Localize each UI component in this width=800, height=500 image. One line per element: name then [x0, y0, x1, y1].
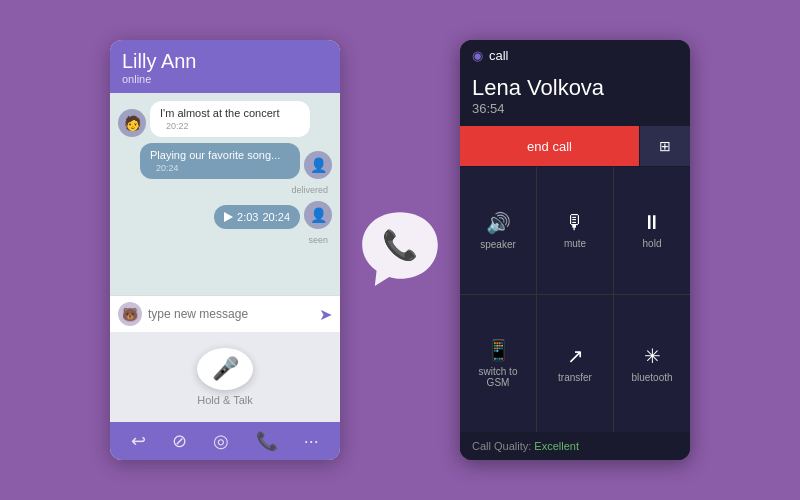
- mute-label: mute: [564, 238, 586, 249]
- contact-name: Lilly Ann: [122, 50, 328, 73]
- back-nav-icon[interactable]: ↩: [131, 430, 146, 452]
- emoji-icon[interactable]: 🐻: [118, 302, 142, 326]
- seen-status: seen: [118, 235, 328, 245]
- call-header: ◉ call: [460, 40, 690, 69]
- contact-status: online: [122, 73, 328, 85]
- bluetooth-button[interactable]: ✳ bluetooth: [614, 295, 690, 433]
- speaker-label: speaker: [480, 239, 516, 250]
- message-bubble: Playing our favorite song... 20:24: [140, 143, 300, 179]
- keypad-button[interactable]: ⊞: [640, 126, 690, 166]
- hold-talk-area: 🎤 Hold & Talk: [110, 332, 340, 422]
- message-time: 20:24: [262, 211, 290, 223]
- call-label: call: [489, 48, 509, 63]
- message-row: 🧑 I'm almost at the concert 20:22: [118, 101, 332, 137]
- caller-info: Lena Volkova 36:54: [460, 69, 690, 126]
- mute-button[interactable]: 🎙 mute: [537, 167, 613, 294]
- message-row: 2:03 20:24 👤: [118, 201, 332, 229]
- call-quality-value: Excellent: [534, 440, 579, 452]
- audio-duration: 2:03: [237, 211, 258, 223]
- audio-bubble: 2:03 20:24: [214, 205, 300, 229]
- end-call-button[interactable]: end call: [460, 126, 639, 166]
- phone-right: ◉ call Lena Volkova 36:54 end call ⊞ 🔊 s…: [460, 40, 690, 460]
- message-bubble: I'm almost at the concert 20:22: [150, 101, 310, 137]
- transfer-icon: ↗: [567, 344, 584, 368]
- mic-nav-icon[interactable]: ◎: [213, 430, 229, 452]
- avatar: 🧑: [118, 109, 146, 137]
- switch-gsm-button[interactable]: 📱 switch to GSM: [460, 295, 536, 433]
- main-container: Lilly Ann online 🧑 I'm almost at the con…: [0, 0, 800, 500]
- viber-center-logo: 📞: [355, 205, 445, 295]
- mic-button[interactable]: 🎤: [197, 348, 253, 390]
- search-nav-icon[interactable]: ⊘: [172, 430, 187, 452]
- delivered-status: delivered: [118, 185, 328, 195]
- message-time: 20:22: [166, 121, 189, 131]
- bluetooth-icon: ✳: [644, 344, 661, 368]
- messages-area: 🧑 I'm almost at the concert 20:22 Playin…: [110, 93, 340, 295]
- message-time: 20:24: [156, 163, 179, 173]
- speaker-button[interactable]: 🔊 speaker: [460, 167, 536, 294]
- mute-icon: 🎙: [565, 211, 585, 234]
- hold-icon: ⏸: [642, 211, 662, 234]
- message-input-row: 🐻 ➤: [110, 295, 340, 332]
- call-actions-top: end call ⊞: [460, 126, 690, 166]
- left-phone-header: Lilly Ann online: [110, 40, 340, 93]
- call-grid: 🔊 speaker 🎙 mute ⏸ hold 📱 switch to GSM: [460, 167, 690, 432]
- transfer-label: transfer: [558, 372, 592, 383]
- more-nav-icon[interactable]: ···: [304, 431, 319, 452]
- caller-name: Lena Volkova: [472, 75, 678, 101]
- bluetooth-label: bluetooth: [631, 372, 672, 383]
- hold-label: hold: [643, 238, 662, 249]
- message-row: Playing our favorite song... 20:24 👤: [118, 143, 332, 179]
- phone-right-inner: ◉ call Lena Volkova 36:54 end call ⊞ 🔊 s…: [460, 40, 690, 460]
- call-nav-icon[interactable]: 📞: [256, 430, 278, 452]
- phone-left: Lilly Ann online 🧑 I'm almost at the con…: [110, 40, 340, 460]
- hold-button[interactable]: ⏸ hold: [614, 167, 690, 294]
- avatar: 👤: [304, 151, 332, 179]
- message-text: I'm almost at the concert: [160, 107, 279, 119]
- call-quality-label: Call Quality:: [472, 440, 531, 452]
- keypad-icon: ⊞: [659, 138, 671, 154]
- send-icon[interactable]: ➤: [319, 305, 332, 324]
- switch-gsm-icon: 📱: [486, 338, 511, 362]
- play-icon[interactable]: [224, 212, 233, 222]
- message-input[interactable]: [148, 307, 313, 321]
- message-text: Playing our favorite song...: [150, 149, 280, 161]
- hold-talk-label: Hold & Talk: [197, 394, 252, 406]
- avatar: 👤: [304, 201, 332, 229]
- call-quality-bar: Call Quality: Excellent: [460, 432, 690, 460]
- viber-logo-small: ◉: [472, 48, 483, 63]
- call-duration: 36:54: [472, 101, 678, 116]
- speaker-icon: 🔊: [486, 211, 511, 235]
- bottom-nav: ↩ ⊘ ◎ 📞 ···: [110, 422, 340, 460]
- switch-gsm-label: switch to GSM: [468, 366, 528, 388]
- svg-text:📞: 📞: [382, 228, 418, 263]
- transfer-button[interactable]: ↗ transfer: [537, 295, 613, 433]
